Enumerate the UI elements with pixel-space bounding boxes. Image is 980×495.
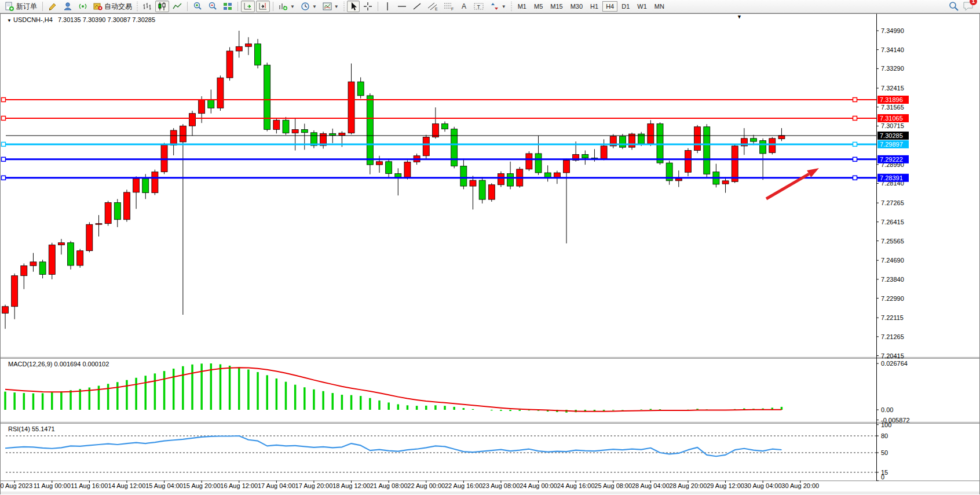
macd-tick-label: 0.00 <box>881 406 893 413</box>
date-label: 22 Aug 00:00 <box>407 482 445 489</box>
candlestick <box>404 162 411 177</box>
line-handle[interactable] <box>853 157 857 161</box>
candlestick <box>292 129 298 133</box>
date-label: 24 Aug 00:00 <box>520 482 557 489</box>
candlestick <box>498 174 504 185</box>
price-tick-label: 7.25565 <box>881 238 904 245</box>
date-label: 28 Aug 20:00 <box>670 482 707 489</box>
line-handle[interactable] <box>2 157 6 161</box>
candlestick <box>114 203 120 220</box>
chart-collapse-icon[interactable]: ▼ <box>737 14 742 20</box>
line-handle[interactable] <box>2 142 6 146</box>
candlestick <box>273 120 280 129</box>
symbol-dropdown-icon[interactable]: ▼ <box>7 18 12 23</box>
candlestick <box>470 180 476 186</box>
candlestick <box>301 129 308 132</box>
price-tick-label: 7.32415 <box>881 85 904 92</box>
candlestick <box>245 44 251 47</box>
candlestick <box>283 120 289 133</box>
candlestick <box>21 265 27 275</box>
candlestick <box>601 146 607 159</box>
candlestick <box>264 65 270 129</box>
line-handle[interactable] <box>2 98 6 102</box>
line-handle[interactable] <box>853 98 857 102</box>
chart-canvas[interactable]: 7.349907.341407.332907.324157.315657.307… <box>0 0 980 495</box>
chart-header: ▼ USDCNH-,H4 7.30135 7.30390 7.30087 7.3… <box>7 16 155 23</box>
candlestick <box>535 154 542 173</box>
date-label: 14 Aug 12:00 <box>108 482 146 489</box>
candlestick <box>357 82 364 96</box>
candlestick <box>199 100 205 114</box>
candlestick <box>526 154 532 169</box>
price-tick-label: 7.31565 <box>881 104 904 111</box>
candlestick <box>39 262 46 275</box>
candlestick <box>479 180 485 199</box>
price-tick-label: 7.22990 <box>881 295 904 302</box>
candlestick <box>133 179 140 192</box>
candlestick <box>760 141 766 154</box>
rsi-tick-label: 0 <box>881 474 884 481</box>
ohlc-values: 7.30135 7.30390 7.30087 7.30285 <box>58 16 155 23</box>
candlestick <box>86 224 93 250</box>
rsi-label: RSI(14) 55.1471 <box>8 425 55 432</box>
price-tick-label: 7.24690 <box>881 257 904 264</box>
candlestick <box>189 114 196 126</box>
line-handle[interactable] <box>2 116 6 120</box>
price-tick-label: 7.33290 <box>881 65 904 72</box>
candlestick <box>330 133 336 135</box>
price-badge-label: 7.31065 <box>880 115 903 122</box>
macd-tick-label: 0.026764 <box>881 360 908 367</box>
price-tick-label: 7.22115 <box>881 314 904 321</box>
candlestick <box>180 126 186 142</box>
date-label: 11 Aug 00:00 <box>34 482 71 489</box>
candlestick <box>68 243 74 265</box>
candlestick <box>769 139 776 153</box>
line-handle[interactable] <box>853 176 857 180</box>
price-tick-label: 7.23840 <box>881 276 904 283</box>
macd-label: MACD(12,26,9) 0.001694 0.000102 <box>8 361 109 367</box>
candlestick <box>226 51 233 78</box>
line-handle[interactable] <box>853 116 857 120</box>
candlestick <box>629 134 635 147</box>
price-badge-label: 7.29897 <box>880 141 903 148</box>
candlestick <box>376 162 383 165</box>
candlestick <box>619 136 626 147</box>
candlestick <box>582 154 588 158</box>
line-handle[interactable] <box>853 142 857 146</box>
candlestick <box>217 78 224 108</box>
candlestick <box>395 174 401 177</box>
candlestick <box>367 96 373 165</box>
candlestick <box>255 44 261 65</box>
price-tick-label: 7.34140 <box>881 46 904 53</box>
candlestick <box>208 100 214 108</box>
price-tick-label: 7.26415 <box>881 219 904 225</box>
symbol-period-label: USDCNH-,H4 <box>13 16 53 23</box>
candlestick <box>657 123 663 163</box>
chart-background <box>0 13 980 495</box>
date-label: 28 Aug 04:00 <box>632 482 670 489</box>
candlestick <box>423 137 429 155</box>
date-label: 15 Aug 20:00 <box>183 482 221 489</box>
candlestick <box>432 123 438 137</box>
line-handle[interactable] <box>2 176 6 180</box>
rsi-tick-label: 80 <box>881 432 888 439</box>
price-badge-label: 7.30285 <box>880 132 903 139</box>
candlestick <box>152 172 158 192</box>
candlestick <box>236 46 242 51</box>
candlestick <box>507 174 514 187</box>
candlestick <box>386 162 392 174</box>
price-badge-label: 7.29222 <box>880 156 903 163</box>
candlestick <box>170 130 177 145</box>
date-label: 16 Aug 12:00 <box>220 482 258 489</box>
date-label: 17 Aug 04:00 <box>258 482 295 489</box>
candlestick <box>648 123 654 144</box>
candlestick <box>58 243 64 245</box>
date-label: 23 Aug 08:00 <box>482 482 520 489</box>
candlestick <box>96 224 102 225</box>
bottom-strip <box>1 492 979 494</box>
date-label: 22 Aug 16:00 <box>445 482 482 489</box>
date-label: 10 Aug 2023 <box>0 482 32 489</box>
candlestick <box>704 127 710 174</box>
candlestick <box>49 245 55 275</box>
candlestick <box>778 136 785 139</box>
